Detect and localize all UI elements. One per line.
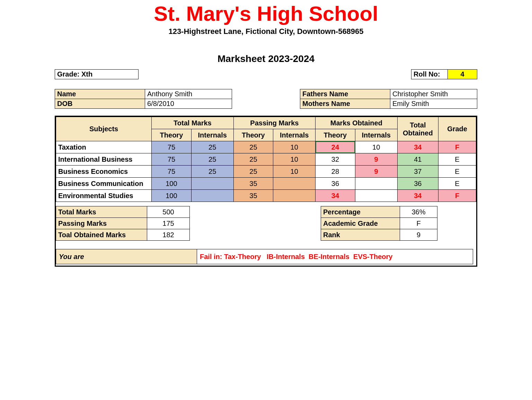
grade-cell: Grade: Xth [55, 70, 138, 79]
cell: 36 [397, 178, 438, 190]
col-total: Total [410, 121, 426, 129]
cell: Environmental Studies [56, 190, 152, 202]
cell: 37 [397, 166, 438, 178]
cell: 36 [316, 178, 355, 190]
cell: 10 [273, 166, 316, 178]
marks-frame: Subjects Total Marks Passing Marks Marks… [55, 116, 477, 267]
summary-right: Percentage 36% Academic Grade F Rank 9 [321, 206, 437, 241]
roll-no-value: 4 [448, 70, 477, 79]
cell: 24 [316, 141, 355, 153]
cell: 25 [191, 153, 233, 166]
table-row: Taxation75252510241034F [56, 141, 476, 153]
cell: 25 [191, 141, 233, 153]
marksheet-title: Marksheet 2023-2024 [55, 53, 477, 64]
cell: Business Economics [56, 166, 152, 178]
percentage-value: 36% [400, 206, 437, 218]
father-name: Christopher Smith [390, 89, 477, 99]
school-name: St. Mary's High School [55, 3, 477, 24]
cell [273, 190, 316, 202]
total-marks-value: 500 [147, 206, 190, 218]
cell: 32 [316, 153, 355, 166]
you-are-label: You are [56, 249, 197, 264]
cell: 100 [152, 190, 192, 202]
cell [273, 178, 316, 190]
cell: 25 [233, 153, 273, 166]
cell: 75 [152, 166, 192, 178]
col-obtained: Obtained [403, 129, 433, 137]
summary-left: Total Marks 500 Passing Marks 175 Toal O… [56, 206, 190, 241]
school-address: 123-Highstreet Lane, Fictional City, Dow… [55, 27, 477, 36]
dob-label: DOB [55, 99, 145, 108]
result-text: Fail in: Tax-Theory IB-Internals BE-Inte… [197, 249, 473, 264]
mother-name: Emily Smith [390, 99, 477, 108]
cell: 35 [233, 190, 273, 202]
cell: E [438, 178, 476, 190]
cell: 34 [397, 190, 438, 202]
cell: 34 [316, 190, 355, 202]
col-marks-obtained: Marks Obtained [316, 117, 397, 129]
parents-info: Fathers Name Christopher Smith Mothers N… [300, 89, 477, 109]
roll-no-label: Roll No: [411, 70, 448, 79]
cell: 28 [316, 166, 355, 178]
percentage-label: Percentage [321, 206, 400, 218]
cell: 10 [273, 141, 316, 153]
obtained-marks-value: 182 [147, 229, 190, 241]
col-tm-theory: Theory [152, 129, 192, 141]
cell: 75 [152, 153, 192, 166]
cell: 10 [273, 153, 316, 166]
cell: 9 [355, 166, 397, 178]
table-row: Environmental Studies100353434F [56, 190, 476, 202]
mother-label: Mothers Name [300, 99, 390, 108]
cell [191, 190, 233, 202]
table-row: Business Economics7525251028937E [56, 166, 476, 178]
passing-marks-label: Passing Marks [56, 218, 147, 229]
cell: E [438, 153, 476, 166]
col-ob-internals: Internals [355, 129, 397, 141]
result-row: You are Fail in: Tax-Theory IB-Internals… [56, 249, 473, 264]
total-marks-label: Total Marks [56, 206, 147, 218]
marksheet-document: St. Mary's High School 123-Highstreet La… [48, 0, 484, 267]
col-total-marks: Total Marks [152, 117, 233, 129]
student-info: Name Anthony Smith DOB 6/8/2010 [55, 89, 232, 109]
cell: 35 [233, 178, 273, 190]
cell: 34 [397, 141, 438, 153]
cell: E [438, 166, 476, 178]
father-label: Fathers Name [300, 89, 390, 99]
cell: 100 [152, 178, 192, 190]
col-grade: Grade [438, 117, 476, 141]
rank-label: Rank [321, 229, 400, 241]
name-label: Name [55, 89, 145, 99]
cell [191, 178, 233, 190]
col-passing-marks: Passing Marks [233, 117, 315, 129]
cell: 25 [233, 166, 273, 178]
cell [355, 190, 397, 202]
obtained-marks-label: Toal Obtained Marks [56, 229, 147, 241]
col-subjects: Subjects [56, 117, 152, 141]
cell: F [438, 141, 476, 153]
col-ob-theory: Theory [316, 129, 355, 141]
student-name: Anthony Smith [145, 89, 232, 99]
col-tm-internals: Internals [191, 129, 233, 141]
student-dob: 6/8/2010 [145, 99, 232, 108]
col-pm-internals: Internals [273, 129, 316, 141]
cell: Taxation [56, 141, 152, 153]
academic-grade-label: Academic Grade [321, 218, 400, 229]
cell: 25 [233, 141, 273, 153]
passing-marks-value: 175 [147, 218, 190, 229]
cell: 10 [355, 141, 397, 153]
cell: 41 [397, 153, 438, 166]
cell: 25 [191, 166, 233, 178]
cell: 75 [152, 141, 192, 153]
cell: F [438, 190, 476, 202]
rank-value: 9 [400, 229, 437, 241]
marks-table: Subjects Total Marks Passing Marks Marks… [56, 117, 476, 202]
cell: 9 [355, 153, 397, 166]
cell: Business Communication [56, 178, 152, 190]
col-pm-theory: Theory [233, 129, 273, 141]
table-row: Business Communication100353636E [56, 178, 476, 190]
cell [355, 178, 397, 190]
academic-grade-value: F [400, 218, 437, 229]
table-row: International Business7525251032941E [56, 153, 476, 166]
cell: International Business [56, 153, 152, 166]
